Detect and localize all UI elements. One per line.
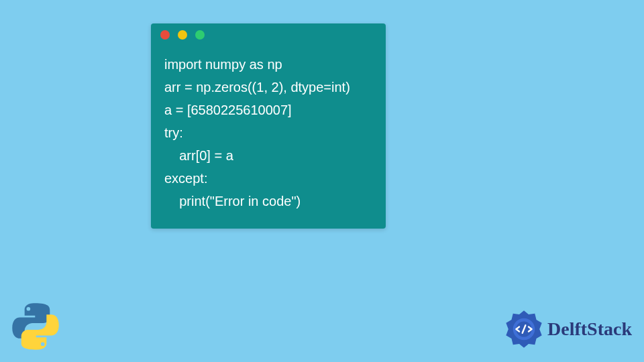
- code-line: try:: [164, 121, 372, 144]
- python-logo-icon: [9, 300, 62, 353]
- close-icon: [160, 30, 170, 40]
- code-line: import numpy as np: [164, 53, 372, 76]
- code-body: import numpy as np arr = np.zeros((1, 2)…: [151, 46, 386, 229]
- maximize-icon: [195, 30, 205, 40]
- code-line: arr = np.zeros((1, 2), dtype=int): [164, 76, 372, 99]
- code-window: import numpy as np arr = np.zeros((1, 2)…: [151, 23, 386, 229]
- brand-name: DelftStack: [547, 318, 632, 340]
- brand: DelftStack: [504, 310, 632, 349]
- code-line: arr[0] = a: [164, 144, 372, 167]
- minimize-icon: [178, 30, 187, 40]
- code-line: a = [6580225610007]: [164, 99, 372, 121]
- code-line: except:: [164, 167, 372, 190]
- window-titlebar: [151, 23, 386, 46]
- brand-badge-icon: [504, 310, 543, 349]
- code-line: print("Error in code"): [164, 190, 372, 213]
